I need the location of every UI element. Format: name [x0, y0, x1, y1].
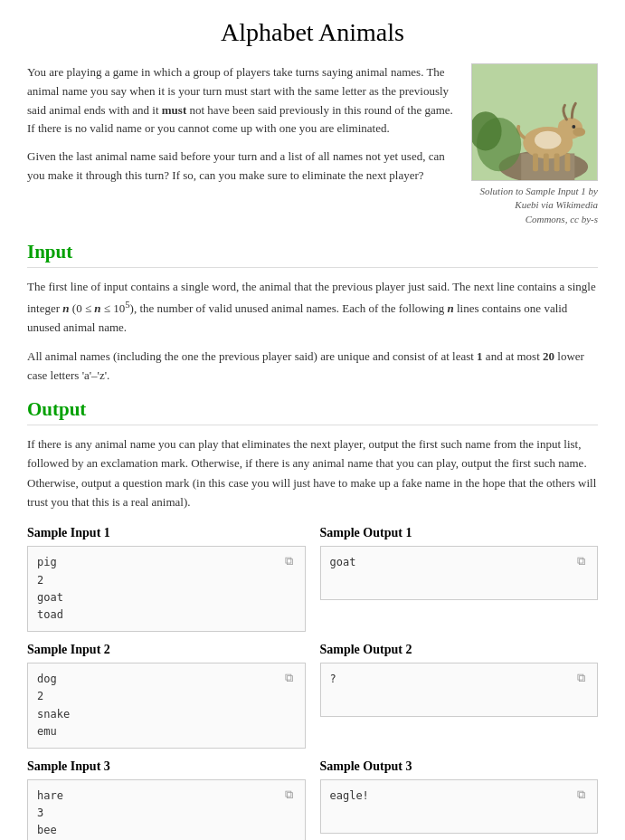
output-heading: Output — [27, 398, 598, 425]
svg-rect-7 — [544, 153, 549, 171]
sample-3-output-box: ⧉ eagle! — [320, 779, 599, 834]
sample-2-output-line-1: ? — [330, 671, 589, 688]
output-paragraph-1: If there is any animal name you can play… — [27, 434, 598, 512]
sample-3-input-line-1: hare — [37, 788, 296, 805]
input-paragraph-2: All animal names (including the one the … — [27, 347, 598, 386]
image-caption: Solution to Sample Input 1 by Kuebi via … — [471, 185, 598, 226]
sample-3-input-line-2: 3 — [37, 805, 296, 822]
output-section-text: If there is any animal name you can play… — [27, 434, 598, 512]
sample-1-input-label: Sample Input 1 — [27, 526, 306, 540]
sample-3-input-box: ⧉ hare 3 bee cat eagle — [27, 779, 306, 840]
copy-icon-s2-in[interactable]: ⧉ — [285, 669, 299, 683]
sample-3-input-group: Sample Input 3 ⧉ hare 3 bee cat eagle — [27, 759, 306, 840]
samples-grid: Sample Input 1 ⧉ pig 2 goat toad Sample … — [27, 526, 598, 840]
sample-3-input-label: Sample Input 3 — [27, 759, 306, 774]
input-heading: Input — [27, 241, 598, 268]
sample-3-output-label: Sample Output 3 — [320, 759, 599, 774]
svg-point-11 — [572, 125, 575, 129]
input-paragraph-1: The first line of input contains a singl… — [27, 277, 598, 338]
sample-2-input-group: Sample Input 2 ⧉ dog 2 snake emu — [27, 643, 306, 749]
copy-icon-s3-in[interactable]: ⧉ — [285, 786, 299, 800]
sample-2-output-group: Sample Output 2 ⧉ ? — [320, 643, 599, 749]
svg-point-10 — [535, 131, 562, 149]
svg-rect-8 — [554, 153, 560, 171]
sample-2-output-label: Sample Output 2 — [320, 643, 599, 657]
sample-2-input-box: ⧉ dog 2 snake emu — [27, 663, 306, 749]
input-section-text: The first line of input contains a singl… — [27, 277, 598, 386]
page-title: Alphabet Animals — [27, 18, 598, 47]
sample-2-output-box: ⧉ ? — [320, 663, 599, 717]
sample-2-input-line-3: snake — [37, 706, 296, 723]
sample-1-input-line-1: pig — [37, 554, 296, 571]
copy-icon-s1-in[interactable]: ⧉ — [285, 552, 299, 567]
sample-3-input-line-3: bee — [37, 822, 296, 839]
sample-3-output-line-1: eagle! — [330, 788, 589, 805]
sample-1-output-group: Sample Output 1 ⧉ goat — [320, 526, 599, 632]
sample-2-input-line-2: 2 — [37, 688, 296, 705]
intro-paragraph-2: Given the last animal name said before y… — [27, 148, 457, 186]
sample-1-input-line-4: toad — [37, 606, 296, 624]
copy-icon-s2-out[interactable]: ⧉ — [577, 669, 592, 683]
sample-1-input-line-3: goat — [37, 589, 296, 606]
goat-image — [471, 63, 598, 181]
svg-rect-9 — [564, 153, 570, 171]
sample-1-input-box: ⧉ pig 2 goat toad — [27, 546, 306, 632]
sample-1-output-line-1: goat — [330, 554, 589, 571]
intro-paragraph-1: You are playing a game in which a group … — [27, 63, 457, 138]
sample-1-output-box: ⧉ goat — [320, 546, 599, 600]
intro-image-block: Solution to Sample Input 1 by Kuebi via … — [471, 63, 598, 226]
sample-1-input-group: Sample Input 1 ⧉ pig 2 goat toad — [27, 526, 306, 632]
sample-2-input-line-1: dog — [37, 671, 296, 688]
sample-1-input-line-2: 2 — [37, 572, 296, 589]
svg-rect-6 — [533, 153, 538, 171]
copy-icon-s3-out[interactable]: ⧉ — [577, 786, 592, 800]
sample-2-input-label: Sample Input 2 — [27, 643, 306, 657]
sample-3-output-group: Sample Output 3 ⧉ eagle! — [320, 759, 599, 840]
svg-point-5 — [573, 128, 585, 137]
intro-text: You are playing a game in which a group … — [27, 63, 457, 226]
copy-icon-s1-out[interactable]: ⧉ — [577, 552, 592, 567]
sample-2-input-line-4: emu — [37, 723, 296, 740]
sample-1-output-label: Sample Output 1 — [320, 526, 599, 540]
